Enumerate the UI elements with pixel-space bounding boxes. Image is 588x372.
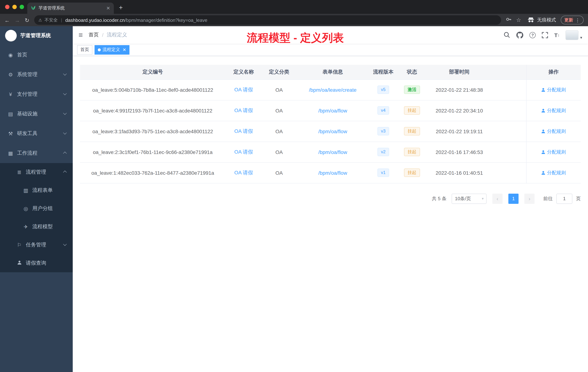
goto-label: 前往	[543, 195, 553, 202]
current-page-button[interactable]: 1	[508, 194, 519, 204]
password-key-icon[interactable]	[506, 16, 512, 24]
definition-name-link[interactable]: OA 请假	[234, 87, 253, 92]
filler-cell	[492, 79, 526, 100]
maximize-window-button[interactable]	[20, 5, 24, 9]
sidebar-item-workflow[interactable]: ▦ 工作流程	[0, 143, 73, 163]
deploy-time: 2022-01-16 17:46:53	[427, 142, 492, 162]
definition-category: OA	[262, 100, 296, 121]
search-icon[interactable]	[504, 32, 510, 38]
reload-icon[interactable]: ↻	[25, 17, 29, 23]
definition-name-link[interactable]: OA 请假	[234, 149, 253, 154]
sidebar-item-process-form[interactable]: ▥ 流程表单	[0, 181, 73, 199]
tab-close-icon[interactable]: ✕	[106, 5, 110, 11]
tags-view-bar: 首页 流程定义 ✕	[73, 44, 588, 56]
definition-name-link[interactable]: OA 请假	[234, 107, 253, 113]
main-area: ≡ 首页 / 流程定义 ? T↕	[73, 26, 588, 372]
version-badge: v1	[377, 169, 389, 177]
github-icon[interactable]	[516, 32, 524, 38]
prev-page-button[interactable]: ‹	[492, 194, 503, 204]
form-link[interactable]: /bpm/oa/flow	[318, 170, 347, 176]
sidebar-item-label: 流程模型	[32, 223, 53, 230]
definition-name-link[interactable]: OA 请假	[234, 128, 253, 134]
col-form-info: 表单信息	[296, 65, 369, 79]
address-bar[interactable]: ⚠ 不安全 | dashboard.yudao.iocoder.cn/bpm/m…	[34, 15, 501, 25]
tag-process-definition[interactable]: 流程定义 ✕	[94, 45, 129, 55]
sidebar-item-payment-management[interactable]: ¥ 支付管理	[0, 85, 73, 104]
assign-rule-link[interactable]: 分配规则	[541, 149, 566, 155]
breadcrumb-current: 流程定义	[107, 32, 127, 38]
person-icon	[541, 150, 546, 154]
page-content: 定义编号 定义名称 定义分类 表单信息 流程版本 状态 部署时间 操作	[73, 56, 588, 372]
sidebar-item-dev-tools[interactable]: ⚒ 研发工具	[0, 124, 73, 143]
fullscreen-icon[interactable]	[542, 32, 548, 38]
window-controls[interactable]	[5, 5, 24, 9]
incognito-indicator: 无痕模式	[527, 16, 556, 24]
sidebar-item-label: 用户分组	[32, 205, 53, 212]
definition-id: oa_leave:4:991f2193-7b7f-11ec-a3c8-acde4…	[80, 100, 225, 121]
sidebar-item-process-management[interactable]: ≣ 流程管理	[0, 163, 73, 181]
status-badge: 挂起	[404, 148, 420, 156]
sidebar-item-infrastructure[interactable]: ▤ 基础设施	[0, 104, 73, 124]
security-label[interactable]: 不安全	[44, 17, 58, 23]
definition-table: 定义编号 定义名称 定义分类 表单信息 流程版本 状态 部署时间 操作	[80, 65, 581, 183]
definition-id: oa_leave:3:1fad3d93-7b75-11ec-a3c8-acde4…	[80, 121, 225, 142]
font-size-icon[interactable]: T↕	[554, 32, 559, 38]
sidebar-item-system-management[interactable]: ⚙ 系统管理	[0, 65, 73, 85]
sidebar-item-label: 研发工具	[17, 130, 37, 137]
next-page-button[interactable]: ›	[524, 194, 535, 204]
back-icon[interactable]: ←	[4, 17, 10, 23]
form-link[interactable]: /bpm/oa/flow	[318, 128, 347, 134]
sidebar-item-task-management[interactable]: ⚐ 任务管理	[0, 236, 73, 254]
close-window-button[interactable]	[5, 5, 10, 9]
sidebar-item-leave-query[interactable]: 请假查询	[0, 254, 73, 272]
form-link[interactable]: /bpm/oa/flow	[318, 149, 347, 155]
bookmark-star-icon[interactable]: ☆	[516, 17, 521, 23]
avatar[interactable]	[566, 30, 579, 40]
deploy-time: 2022-01-22 21:48:38	[427, 79, 492, 100]
navbar-tools: ? T↕ ▾	[504, 30, 582, 40]
document-icon: ▥	[22, 187, 29, 193]
form-link[interactable]: /bpm/oa/flow	[318, 108, 347, 113]
status-badge: 挂起	[404, 106, 420, 115]
table-row: oa_leave:4:991f2193-7b7f-11ec-a3c8-acde4…	[80, 100, 581, 121]
page-size-select[interactable]: 10条/页 ▾	[452, 194, 487, 204]
caret-down-icon: ▾	[580, 35, 582, 40]
annotation-title: 流程模型 - 定义列表	[247, 31, 344, 45]
assign-rule-label: 分配规则	[547, 107, 566, 114]
sidebar-toggle-icon[interactable]: ≡	[73, 31, 89, 39]
sidebar-item-label: 工作流程	[17, 150, 37, 156]
table-row: oa_leave:5:004b710b-7b8a-11ec-8ef0-acde4…	[80, 79, 581, 100]
col-filler	[492, 65, 526, 79]
assign-rule-link[interactable]: 分配规则	[541, 107, 566, 114]
update-label[interactable]: 更新	[564, 17, 573, 23]
goto-page-input[interactable]	[556, 194, 572, 204]
forward-icon[interactable]: →	[15, 17, 20, 23]
sidebar-item-home[interactable]: ◉ 首页	[0, 45, 73, 65]
security-warning-icon[interactable]: ⚠	[38, 18, 42, 22]
new-tab-button[interactable]: +	[119, 4, 123, 12]
page-url[interactable]: dashboard.yudao.iocoder.cn/bpm/manager/d…	[65, 17, 207, 23]
list-icon: ≣	[16, 169, 22, 175]
breadcrumb-home[interactable]: 首页	[89, 32, 99, 38]
minimize-window-button[interactable]	[12, 5, 17, 9]
toolbar-right: ☆ 无痕模式 更新 ⋮	[506, 16, 584, 24]
kebab-menu-icon[interactable]: ⋮	[575, 17, 580, 23]
tag-close-icon[interactable]: ✕	[123, 47, 126, 52]
assign-rule-link[interactable]: 分配规则	[541, 169, 566, 176]
assign-rule-link[interactable]: 分配规则	[541, 128, 566, 134]
assign-rule-link[interactable]: 分配规则	[541, 87, 566, 93]
help-icon[interactable]: ?	[530, 32, 536, 38]
chevron-up-icon	[63, 170, 67, 174]
tag-home[interactable]: 首页	[77, 45, 92, 55]
sidebar-item-process-model[interactable]: ✈ 流程模型	[0, 218, 73, 236]
browser-tab[interactable]: 芋道管理系统 ✕	[27, 2, 114, 14]
browser-update-menu[interactable]: 更新 ⋮	[561, 16, 584, 24]
user-menu[interactable]: ▾	[566, 30, 582, 40]
definition-id: oa_leave:1:482ec033-762a-11ec-8477-a2380…	[80, 162, 225, 183]
sidebar-item-user-group[interactable]: ◎ 用户分组	[0, 199, 73, 218]
flag-icon: ⚐	[16, 242, 22, 248]
definition-name-link[interactable]: OA 请假	[234, 169, 253, 175]
chevron-down-icon	[63, 111, 67, 115]
tag-label: 首页	[80, 47, 89, 53]
form-link[interactable]: /bpm/oa/leave/create	[309, 87, 357, 93]
